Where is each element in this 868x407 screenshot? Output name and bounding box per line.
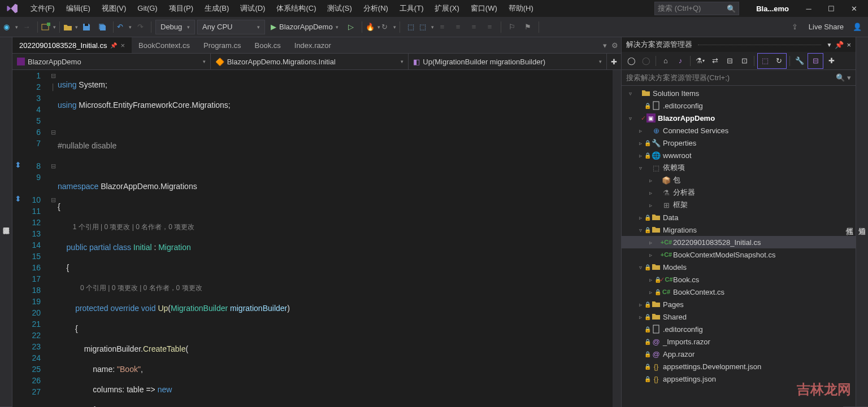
solution-tree[interactable]: ▿Solution Items🔒.editorconfig▿✓▣BlazorAp… — [622, 86, 856, 407]
tabs-overflow-icon[interactable]: ▾ — [603, 41, 607, 50]
tab-book-cs[interactable]: Book.cs — [248, 37, 288, 53]
pin-icon[interactable]: 📌 — [110, 42, 117, 49]
save-button[interactable] — [79, 20, 94, 34]
close-button[interactable]: ✕ — [843, 0, 865, 17]
account-icon[interactable]: 👤 — [850, 20, 865, 34]
split-editor-icon[interactable]: ✚ — [607, 54, 621, 69]
fold-margin[interactable]: ⊟│⊟ ⊟⊟ — [49, 70, 58, 407]
tree-node-pages[interactable]: ▹🔒Pages — [622, 298, 856, 310]
menu-build[interactable]: 生成(B) — [199, 0, 235, 17]
tree-node-wwwroot[interactable]: ▹🔒🌐wwwroot — [622, 149, 856, 161]
tree-node---[interactable]: ▹⊞框架 — [622, 199, 856, 211]
menu-extensions[interactable]: 扩展(X) — [429, 0, 465, 17]
tree-node-bookcontext-cs[interactable]: ▹🔒C#BookContext.cs — [622, 286, 856, 298]
svg-text:▣: ▣ — [648, 115, 653, 121]
maximize-button[interactable]: ☐ — [820, 0, 843, 17]
preview-icon[interactable]: ⊟ — [809, 54, 822, 68]
save-all-button[interactable] — [95, 20, 110, 34]
tab-initial-cs[interactable]: 20220901083528_Initial.cs📌× — [12, 37, 132, 53]
tree-node-appsettings-development-json[interactable]: 🔒{}appsettings.Development.json — [622, 360, 856, 373]
switch-view-icon[interactable]: ♪ — [674, 54, 687, 68]
hot-reload-button[interactable]: 🔥▾ — [366, 20, 380, 34]
side-tab-notifications[interactable]: 通知 — [856, 37, 868, 407]
tree-node-models[interactable]: ▿🔒Models — [622, 261, 856, 273]
collapse-icon[interactable]: ⊟ — [723, 54, 736, 68]
tree-node-blazorappdemo[interactable]: ▿✓▣BlazorAppDemo — [622, 112, 856, 124]
side-tab-properties[interactable]: 属性 — [843, 37, 856, 407]
nav-scope-combo[interactable]: BlazorAppDemo▾ — [12, 54, 211, 69]
vertical-scrollbar[interactable] — [613, 70, 621, 407]
tree-node-properties[interactable]: ▹🔒🔧Properties — [622, 137, 856, 149]
menu-analyze[interactable]: 分析(N) — [358, 0, 394, 17]
new-project-button[interactable]: ▾ — [41, 20, 56, 34]
tree-node-shared[interactable]: ▹🔒Shared — [622, 310, 856, 323]
start-debug-button[interactable]: ▶BlazorAppDemo▾ — [266, 20, 343, 34]
menu-edit[interactable]: 编辑(E) — [60, 0, 96, 17]
bookmark-icon[interactable]: ⚐ — [505, 20, 519, 34]
tree-node-solution-items[interactable]: ▿Solution Items — [622, 87, 856, 99]
menu-file[interactable]: 文件(F) — [25, 0, 60, 17]
nav-fwd-button[interactable]: → — [19, 20, 34, 34]
filter-icon[interactable]: ⚗▾ — [693, 54, 707, 68]
tab-index-razor[interactable]: Index.razor — [288, 37, 338, 53]
platform-combo[interactable]: Any CPU▾ — [197, 20, 265, 34]
back-icon[interactable]: ◯ — [624, 54, 638, 68]
tree-node-app-razor[interactable]: 🔒@App.razor — [622, 348, 856, 360]
tabs-settings-icon[interactable]: ⚙ — [611, 41, 618, 50]
tree-node-20220901083528-initial-cs[interactable]: ▹+C#20220901083528_Initial.cs — [622, 236, 856, 248]
tree-node-book-cs[interactable]: ▹🔒✓C#Book.cs — [622, 273, 856, 286]
sync-icon[interactable]: ⇄ — [708, 54, 722, 68]
nav-member-combo[interactable]: ◧Up(MigrationBuilder migrationBuilder)▾ — [409, 54, 607, 69]
redo-button[interactable]: ↷ — [133, 20, 147, 34]
menu-view[interactable]: 视图(V) — [96, 0, 132, 17]
code-content[interactable]: using System; using Microsoft.EntityFram… — [58, 70, 613, 407]
menu-project[interactable]: 项目(P) — [163, 0, 199, 17]
tree-node--editorconfig[interactable]: 🔒.editorconfig — [622, 99, 856, 112]
side-tab-server-explorer[interactable]: 服务器资源管理器 — [0, 37, 12, 407]
tree-node--imports-razor[interactable]: 🔒@_Imports.razor — [622, 335, 856, 348]
live-share-icon[interactable]: ⇪ — [788, 20, 802, 34]
tree-node-migrations[interactable]: ▿🔒Migrations — [622, 224, 856, 236]
menu-debug[interactable]: 调试(D) — [235, 0, 271, 17]
solution-search[interactable]: 搜索解决方案资源管理器(Ctrl+;) 🔍 ▾ — [622, 70, 856, 86]
pending-icon[interactable]: ⬚ — [758, 54, 772, 68]
panel-pin-icon[interactable]: 📌 — [835, 41, 844, 49]
add-icon[interactable]: ✚ — [824, 54, 838, 68]
search-box[interactable]: 搜索 (Ctrl+Q) 🔍 — [654, 2, 739, 15]
start-nodebug-button[interactable]: ▷ — [344, 20, 358, 34]
show-all-icon[interactable]: ⊡ — [737, 54, 751, 68]
nav-type-combo[interactable]: 🔶BlazorAppDemo.Migrations.Initial▾ — [211, 54, 409, 69]
menu-arch[interactable]: 体系结构(C) — [271, 0, 322, 17]
step-icon[interactable]: ⬚▾ — [419, 20, 434, 34]
menu-git[interactable]: Git(G) — [132, 0, 163, 17]
tree-node-connected-services[interactable]: ▹⊕Connected Services — [622, 124, 856, 137]
menu-help[interactable]: 帮助(H) — [503, 0, 539, 17]
config-combo[interactable]: Debug▾ — [155, 20, 195, 34]
menu-test[interactable]: 测试(S) — [322, 0, 357, 17]
browser-link-button[interactable]: ↻▾ — [381, 20, 396, 34]
tab-bookcontext-cs[interactable]: BookContext.cs — [132, 37, 197, 53]
close-icon[interactable]: × — [120, 41, 125, 50]
tree-node--editorconfig[interactable]: 🔒.editorconfig — [622, 323, 856, 335]
tree-node-bookcontextmodelsnapshot-cs[interactable]: ▹+C#BookContextModelSnapshot.cs — [622, 248, 856, 261]
refresh-icon[interactable]: ↻ — [772, 54, 785, 68]
menu-window[interactable]: 窗口(W) — [465, 0, 503, 17]
svg-rect-3 — [17, 58, 25, 65]
tab-program-cs[interactable]: Program.cs — [197, 37, 248, 53]
properties-icon[interactable]: 🔧 — [793, 54, 806, 68]
undo-button[interactable]: ↶▾ — [117, 20, 132, 34]
live-share-label[interactable]: Live Share — [803, 23, 849, 31]
open-button[interactable]: ▾ — [63, 20, 78, 34]
code-editor[interactable]: ⬍ ⬍ 123456789101112131415161718192021222… — [12, 70, 621, 407]
nav-back-button[interactable]: ◉▾ — [3, 20, 18, 34]
tree-node-data[interactable]: ▹🔒Data — [622, 211, 856, 224]
tree-node----[interactable]: ▹⚗分析器 — [622, 186, 856, 199]
menu-tools[interactable]: 工具(T) — [394, 0, 429, 17]
minimize-button[interactable]: ─ — [797, 0, 820, 17]
step-into-icon[interactable]: ⬚ — [403, 20, 418, 34]
panel-dropdown-icon[interactable]: ▼ — [827, 42, 832, 48]
home-icon[interactable]: ⌂ — [659, 54, 672, 68]
tree-node--[interactable]: ▹📦包 — [622, 174, 856, 186]
tree-node----[interactable]: ▿⬚依赖项 — [622, 161, 856, 174]
bookmark-list-icon[interactable]: ⚑ — [520, 20, 535, 34]
